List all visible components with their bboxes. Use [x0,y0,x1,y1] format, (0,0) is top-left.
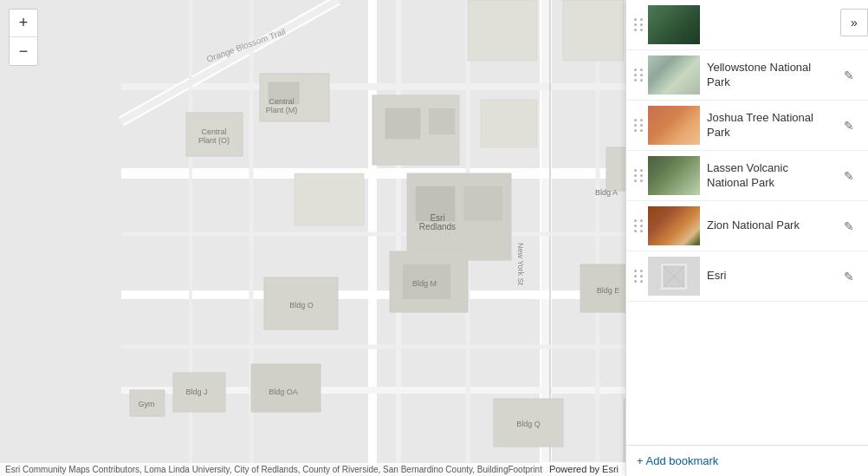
bookmark-name-lassen: Lassen Volcanic National Park [700,161,837,191]
svg-text:Plant (M): Plant (M) [266,106,298,114]
zoom-in-button[interactable]: + [10,10,37,37]
bookmark-name-esri: Esri [700,269,837,284]
drag-handle-yellowstone[interactable] [630,68,648,82]
svg-text:Bldg Q: Bldg Q [516,420,541,428]
thumbnail-joshua-tree [648,106,700,145]
svg-text:Central: Central [201,127,226,136]
thumbnail-top [648,5,700,44]
svg-text:Bldg M: Bldg M [412,279,437,288]
collapse-panel-button[interactable]: » [840,9,868,36]
edit-button-esri[interactable]: ✎ [837,264,861,289]
drag-handle-zion[interactable] [630,219,648,232]
thumbnail-lassen [648,156,700,195]
svg-text:Gym: Gym [139,400,155,408]
thumbnail-esri [648,257,700,296]
drag-handle-top[interactable] [630,18,648,31]
add-bookmark-button[interactable]: + Add bookmark [626,445,868,476]
edit-button-zion[interactable]: ✎ [837,214,861,238]
bookmark-panel: ✎ Yellowstone National Park ✎ Joshua Tre… [625,0,868,476]
svg-rect-39 [481,100,537,147]
bookmark-name-zion: Zion National Park [700,218,837,233]
bookmark-list: ✎ Yellowstone National Park ✎ Joshua Tre… [626,0,868,445]
powered-by: Powered by Esri [542,462,625,476]
svg-text:Bldg E: Bldg E [597,286,620,295]
bookmark-item-zion[interactable]: Zion National Park ✎ [626,201,868,251]
drag-handle-joshua-tree[interactable] [630,119,648,132]
edit-button-lassen[interactable]: ✎ [837,164,861,188]
map-attribution: Esri Community Maps Contributors, Loma L… [0,463,625,476]
svg-rect-21 [385,108,420,139]
bookmark-item-yellowstone[interactable]: Yellowstone National Park ✎ [626,50,868,101]
bookmark-item-esri[interactable]: Esri ✎ [626,251,868,302]
svg-text:Bldg O: Bldg O [289,301,314,310]
svg-text:Plant (O): Plant (O) [198,136,230,145]
svg-rect-42 [468,0,537,61]
svg-text:Bldg A: Bldg A [595,188,618,197]
svg-rect-38 [295,173,364,225]
drag-handle-esri[interactable] [630,270,648,283]
svg-rect-43 [563,0,624,61]
add-bookmark-label: + Add bookmark [637,454,718,467]
svg-text:Bldg OA: Bldg OA [269,388,298,396]
thumbnail-yellowstone [648,55,700,95]
svg-text:Central: Central [269,97,294,106]
svg-text:New York St: New York St [516,243,525,286]
svg-text:Bldg J: Bldg J [185,388,207,396]
svg-rect-25 [463,186,502,221]
svg-text:Redlands: Redlands [419,222,456,231]
bookmark-name-joshua-tree: Joshua Tree National Park [700,111,837,140]
edit-button-yellowstone[interactable]: ✎ [837,63,861,88]
zoom-out-button[interactable]: − [10,37,37,65]
bookmark-item-top[interactable]: ✎ [626,0,868,50]
svg-rect-22 [429,108,455,134]
map-zoom-controls: + − [9,9,38,66]
bookmark-item-lassen[interactable]: Lassen Volcanic National Park ✎ [626,151,868,201]
bookmark-name-yellowstone: Yellowstone National Park [700,61,837,90]
thumbnail-zion [648,206,700,245]
edit-button-joshua-tree[interactable]: ✎ [837,114,861,138]
drag-handle-lassen[interactable] [630,169,648,182]
bookmark-item-joshua-tree[interactable]: Joshua Tree National Park ✎ [626,101,868,151]
